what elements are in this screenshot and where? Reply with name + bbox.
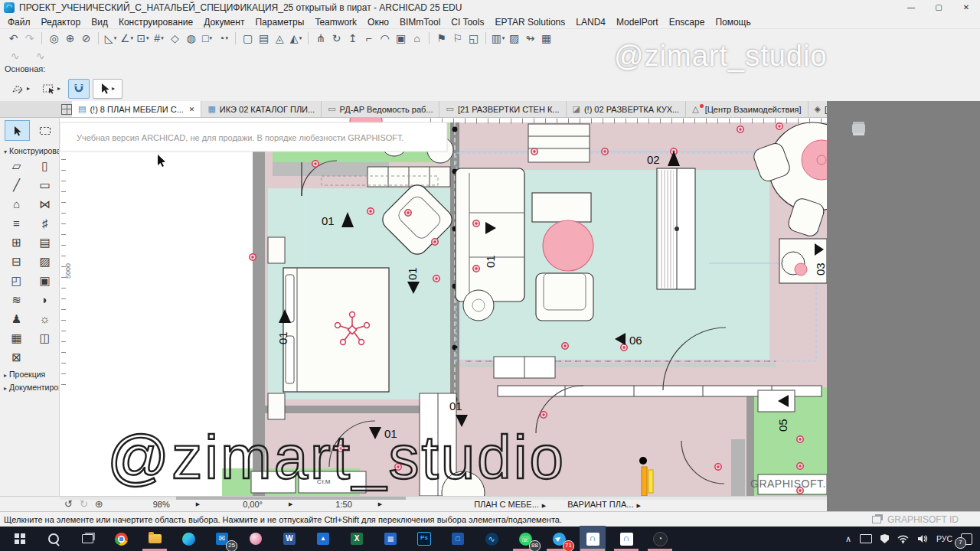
zoom-in-icon[interactable]: ⊕: [95, 498, 103, 510]
security-shield-icon[interactable]: [880, 534, 889, 543]
inject-parameters-button[interactable]: ⊕: [63, 31, 77, 46]
profiles-button[interactable]: ◔▾: [216, 31, 230, 46]
task-view-icon[interactable]: [77, 529, 97, 549]
tv-unit[interactable]: [657, 168, 695, 289]
layers-button[interactable]: ◱: [466, 31, 481, 46]
horizontal-scrollbar[interactable]: [60, 497, 827, 500]
side-table-square[interactable]: [532, 193, 591, 222]
menu-item-7[interactable]: Окно: [362, 17, 394, 28]
maximize-button[interactable]: ▢: [925, 0, 952, 15]
slab-tool[interactable]: ▭: [31, 175, 59, 194]
floor-plan-canvas[interactable]: 5000 01 01 01 01 02 06 05 01 01 03 Ст.М …: [60, 118, 827, 496]
tab-razvertka-kuh[interactable]: ◪(!) 02 РАЗВЕРТКА КУХ...: [567, 101, 687, 117]
menu-item-4[interactable]: Документ: [198, 17, 250, 28]
door-tool[interactable]: ▤: [31, 233, 59, 252]
railing-tool[interactable]: ♯: [31, 214, 59, 233]
roof-tool[interactable]: ⌂: [2, 194, 31, 214]
display-icon[interactable]: [860, 534, 872, 543]
guide-lines-button[interactable]: ◺▾: [103, 31, 118, 46]
gravity-button[interactable]: ◇: [168, 31, 182, 46]
shelving-top[interactable]: [528, 124, 590, 162]
morph-tool[interactable]: ◗: [31, 290, 59, 309]
rotation-value[interactable]: 0,00°: [243, 500, 263, 509]
opening-tool[interactable]: ⊠: [2, 347, 31, 367]
marquee-frame-button[interactable]: □▾: [200, 31, 214, 46]
pick-up-parameters-button[interactable]: ◎: [47, 31, 61, 46]
menu-item-6[interactable]: Teamwork: [309, 17, 362, 28]
zoom-level[interactable]: 98%: [153, 500, 170, 509]
menu-item-13[interactable]: Enscape: [664, 17, 710, 28]
menu-item-5[interactable]: Параметры: [250, 17, 309, 28]
rotation-menu-arrow[interactable]: ▶: [289, 501, 292, 507]
rotate-view-button[interactable]: ◭▾: [289, 31, 303, 46]
view-back-icon[interactable]: ↺: [64, 498, 73, 510]
arrow-tool[interactable]: [5, 120, 30, 141]
tab-catalog-plitki[interactable]: ▦ИКЭ 02 КАТАЛОГ ПЛИ...: [201, 101, 322, 117]
wifi-icon[interactable]: [897, 535, 909, 543]
menu-item-9[interactable]: CI Tools: [446, 17, 489, 28]
copy-settings-button[interactable]: ▨: [507, 31, 521, 46]
flag-secondary-button[interactable]: ⚐: [450, 31, 465, 46]
view-forward-icon[interactable]: ↻: [80, 498, 88, 510]
close-button[interactable]: ✕: [952, 0, 980, 15]
app-blue-2-icon[interactable]: □: [448, 529, 468, 549]
scale-value[interactable]: 1:50: [335, 500, 351, 509]
selection-polygon-button[interactable]: ▸: [7, 79, 34, 99]
swoosh-app-icon[interactable]: ∿: [482, 529, 501, 549]
menu-item-1[interactable]: Редактор: [36, 17, 87, 28]
menu-item-2[interactable]: Вид: [86, 17, 113, 28]
archicad-active-icon[interactable]: ∩: [583, 529, 603, 549]
zoom-menu-arrow[interactable]: ▶: [196, 501, 200, 507]
redo-button[interactable]: ↷: [22, 31, 37, 46]
element-snap-button[interactable]: ▤: [256, 31, 271, 46]
sofa[interactable]: [456, 168, 524, 302]
tab-close-button[interactable]: ✕: [189, 106, 195, 113]
trace-reference-button[interactable]: ∿: [8, 48, 22, 64]
scale-menu-arrow[interactable]: ▶: [378, 501, 382, 507]
zone-tool[interactable]: ▣: [31, 271, 59, 290]
file-explorer-icon[interactable]: [145, 529, 165, 549]
bottom-left-cabinets[interactable]: [251, 471, 366, 493]
speaker-icon[interactable]: [917, 534, 928, 543]
equipment-tool[interactable]: ▦: [2, 328, 31, 347]
start-icon[interactable]: [10, 529, 30, 549]
arrow-tool-button[interactable]: ▸: [93, 79, 122, 99]
photos-icon[interactable]: ▲: [313, 529, 333, 549]
grid-window-button[interactable]: ▦: [539, 31, 554, 46]
notification-center-button[interactable]: 7: [961, 533, 972, 545]
shell-tool[interactable]: ⋈: [31, 194, 59, 214]
menu-item-8[interactable]: BIMmTool: [394, 17, 446, 28]
menu-item-3[interactable]: Конструирование: [113, 17, 198, 28]
fit-in-window-button[interactable]: ▢: [240, 31, 255, 46]
window-tool[interactable]: ⊟: [2, 252, 31, 271]
inject-parameters-alt-button[interactable]: ⊘: [79, 31, 93, 46]
layout-name-button[interactable]: ВАРИАНТ ПЛА...▶: [567, 500, 641, 509]
palette-section-views[interactable]: ▸Проекция: [0, 367, 59, 380]
whatsapp-icon[interactable]: ☏88: [515, 529, 535, 549]
intersect-button[interactable]: ⌐: [361, 31, 376, 46]
menu-item-10[interactable]: EPTAR Solutions: [489, 17, 570, 28]
paint3d-icon[interactable]: [246, 529, 266, 549]
favorites-button[interactable]: ⊡▾: [136, 31, 150, 46]
adjust-button[interactable]: ↻: [329, 31, 344, 46]
skylight-tool[interactable]: ▨: [31, 252, 59, 271]
app-blue-icon[interactable]: ▦: [381, 529, 400, 549]
tab-switcher-button[interactable]: [61, 101, 72, 117]
excel-icon[interactable]: X: [347, 529, 367, 549]
obs-icon[interactable]: ◔: [650, 529, 670, 549]
menu-item-11[interactable]: LAND4: [570, 17, 611, 28]
snap-guides-button[interactable]: ∠▾: [119, 31, 134, 46]
curtain-wall-tool[interactable]: ⊞: [2, 233, 31, 252]
photoshop-icon[interactable]: Ps: [414, 529, 434, 549]
minimize-button[interactable]: —: [897, 0, 925, 15]
menu-item-0[interactable]: Файл: [2, 17, 36, 28]
undo-button[interactable]: ↶: [6, 31, 21, 46]
language-indicator[interactable]: РУС: [936, 534, 952, 543]
palette-section-design[interactable]: ▾Конструирова: [0, 143, 59, 156]
chrome-icon[interactable]: [111, 529, 131, 549]
edge-icon[interactable]: [178, 529, 198, 549]
resize-button[interactable]: ▣: [394, 31, 408, 46]
suspend-groups-button[interactable]: ◍: [184, 31, 198, 46]
armchair-living[interactable]: [536, 273, 593, 321]
desk[interactable]: [779, 239, 827, 283]
